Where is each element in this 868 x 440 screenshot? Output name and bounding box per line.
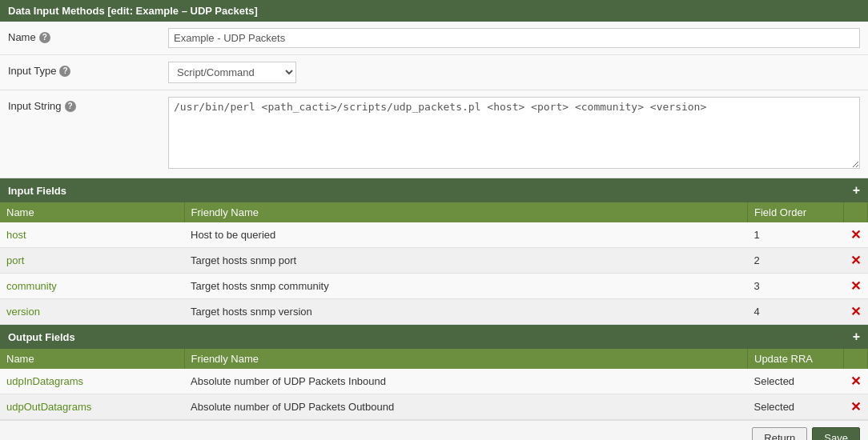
delete-icon[interactable]: ✕ bbox=[850, 305, 861, 318]
name-input[interactable] bbox=[168, 28, 860, 48]
input-field-order: 4 bbox=[748, 299, 844, 325]
input-field-delete-cell: ✕ bbox=[844, 248, 868, 274]
input-fields-header-row: Name Friendly Name Field Order bbox=[0, 202, 868, 222]
name-row: Name ? bbox=[0, 22, 868, 55]
input-field-friendly: Target hosts snmp port bbox=[184, 248, 748, 274]
input-type-select[interactable]: Script/Command SNMP bbox=[168, 62, 296, 83]
form-area: Name ? Input Type ? Script/Command SNMP bbox=[0, 22, 868, 178]
input-fields-table: Name Friendly Name Field Order host Host… bbox=[0, 202, 868, 325]
input-fields-tbody: host Host to be queried 1 ✕ port Target … bbox=[0, 222, 868, 325]
input-field-friendly: Host to be queried bbox=[184, 222, 748, 248]
input-field-delete-cell: ✕ bbox=[844, 222, 868, 248]
input-col-delete bbox=[844, 202, 868, 222]
delete-icon[interactable]: ✕ bbox=[850, 254, 861, 267]
input-fields-title: Input Fields bbox=[8, 185, 66, 197]
output-field-rra: Selected bbox=[748, 369, 844, 394]
table-row: udpInDatagrams Absolute number of UDP Pa… bbox=[0, 369, 868, 394]
input-field-friendly: Target hosts snmp version bbox=[184, 299, 748, 325]
input-type-row: Input Type ? Script/Command SNMP bbox=[0, 55, 868, 90]
delete-icon[interactable]: ✕ bbox=[850, 228, 861, 242]
output-fields-thead: Name Friendly Name Update RRA bbox=[0, 349, 868, 369]
list-item: community bbox=[0, 274, 184, 299]
input-field-name-link[interactable]: host bbox=[6, 229, 26, 241]
output-field-friendly: Absolute number of UDP Packets Inbound bbox=[184, 369, 748, 394]
page-title: Data Input Methods [edit: Example – UDP … bbox=[0, 0, 868, 22]
table-row: community Target hosts snmp community 3 … bbox=[0, 274, 868, 299]
input-string-input-wrapper: /usr/bin/perl <path_cacti>/scripts/udp_p… bbox=[168, 97, 860, 171]
input-col-name: Name bbox=[0, 202, 184, 222]
input-field-order: 2 bbox=[748, 248, 844, 274]
table-row: port Target hosts snmp port 2 ✕ bbox=[0, 248, 868, 274]
output-col-name: Name bbox=[0, 349, 184, 369]
output-field-delete-cell: ✕ bbox=[844, 369, 868, 394]
input-type-label: Input Type ? bbox=[8, 62, 168, 77]
input-col-friendly: Friendly Name bbox=[184, 202, 748, 222]
output-col-friendly: Friendly Name bbox=[184, 349, 748, 369]
input-col-order: Field Order bbox=[748, 202, 844, 222]
table-row: host Host to be queried 1 ✕ bbox=[0, 222, 868, 248]
output-fields-header: Output Fields + bbox=[0, 325, 868, 349]
input-type-input-wrapper: Script/Command SNMP bbox=[168, 62, 860, 83]
input-string-help-icon[interactable]: ? bbox=[65, 101, 76, 112]
input-field-name-link[interactable]: community bbox=[6, 280, 57, 292]
input-field-friendly: Target hosts snmp community bbox=[184, 274, 748, 299]
output-field-rra: Selected bbox=[748, 394, 844, 420]
input-string-textarea[interactable]: /usr/bin/perl <path_cacti>/scripts/udp_p… bbox=[168, 97, 860, 169]
list-item: host bbox=[0, 222, 184, 248]
output-fields-title: Output Fields bbox=[8, 331, 75, 343]
input-fields-thead: Name Friendly Name Field Order bbox=[0, 202, 868, 222]
return-button[interactable]: Return bbox=[752, 427, 807, 440]
output-fields-tbody: udpInDatagrams Absolute number of UDP Pa… bbox=[0, 369, 868, 420]
output-field-name-link[interactable]: udpInDatagrams bbox=[6, 375, 83, 387]
delete-icon[interactable]: ✕ bbox=[850, 374, 861, 388]
table-row: version Target hosts snmp version 4 ✕ bbox=[0, 299, 868, 325]
name-input-wrapper bbox=[168, 28, 860, 48]
output-fields-header-row: Name Friendly Name Update RRA bbox=[0, 349, 868, 369]
input-string-label: Input String ? bbox=[8, 97, 168, 112]
name-label: Name ? bbox=[8, 28, 168, 43]
input-type-help-icon[interactable]: ? bbox=[59, 66, 70, 77]
input-field-order: 3 bbox=[748, 274, 844, 299]
output-fields-table: Name Friendly Name Update RRA udpInDatag… bbox=[0, 349, 868, 420]
output-col-delete bbox=[844, 349, 868, 369]
input-field-delete-cell: ✕ bbox=[844, 274, 868, 299]
input-field-delete-cell: ✕ bbox=[844, 299, 868, 325]
input-fields-add-icon[interactable]: + bbox=[853, 183, 860, 198]
list-item: version bbox=[0, 299, 184, 325]
delete-icon[interactable]: ✕ bbox=[850, 400, 861, 414]
input-field-name-link[interactable]: version bbox=[6, 306, 40, 318]
save-button[interactable]: Save bbox=[812, 427, 860, 440]
output-field-friendly: Absolute number of UDP Packets Outbound bbox=[184, 394, 748, 420]
input-field-order: 1 bbox=[748, 222, 844, 248]
list-item: udpOutDatagrams bbox=[0, 394, 184, 420]
output-field-name-link[interactable]: udpOutDatagrams bbox=[6, 401, 91, 413]
footer-bar: Return Save bbox=[0, 420, 868, 440]
input-string-row: Input String ? /usr/bin/perl <path_cacti… bbox=[0, 90, 868, 178]
list-item: udpInDatagrams bbox=[0, 369, 184, 394]
output-field-delete-cell: ✕ bbox=[844, 394, 868, 420]
output-fields-add-icon[interactable]: + bbox=[853, 330, 860, 344]
name-help-icon[interactable]: ? bbox=[39, 32, 50, 43]
input-fields-header: Input Fields + bbox=[0, 178, 868, 202]
output-col-rra: Update RRA bbox=[748, 349, 844, 369]
delete-icon[interactable]: ✕ bbox=[850, 279, 861, 293]
list-item: port bbox=[0, 248, 184, 274]
table-row: udpOutDatagrams Absolute number of UDP P… bbox=[0, 394, 868, 420]
input-field-name-link[interactable]: port bbox=[6, 254, 24, 266]
